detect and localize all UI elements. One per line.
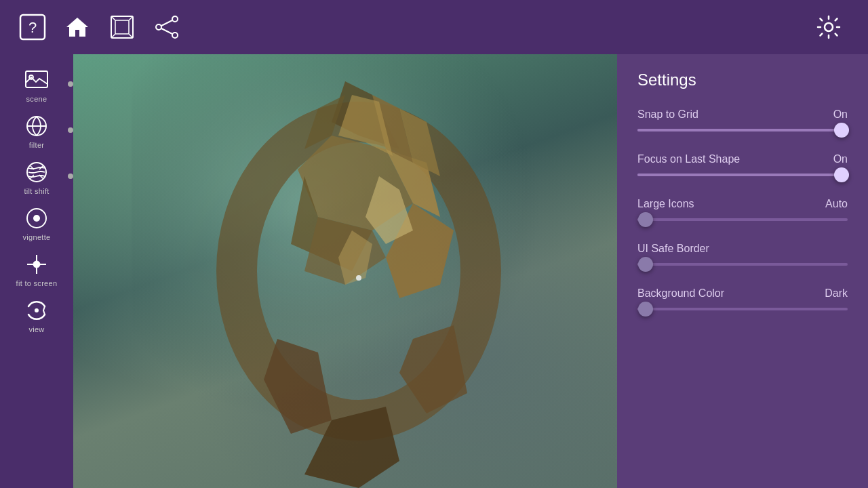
svg-text:?: ? bbox=[28, 19, 37, 36]
setting-name-large-icons: Large Icons bbox=[637, 198, 694, 210]
sidebar-item-tilt-shift-label: tilt shift bbox=[24, 187, 49, 195]
large-icons-slider[interactable] bbox=[637, 218, 848, 221]
setting-header-snap-to-grid: Snap to Grid On bbox=[637, 108, 848, 121]
svg-line-12 bbox=[161, 28, 172, 34]
sidebar-item-scene-label: scene bbox=[26, 95, 47, 103]
sidebar-item-fit-to-screen[interactable]: fit to screen bbox=[0, 245, 73, 291]
sculpture-svg bbox=[73, 54, 644, 488]
svg-line-11 bbox=[161, 20, 172, 26]
svg-point-22 bbox=[33, 261, 40, 268]
svg-point-10 bbox=[172, 33, 178, 38]
sidebar-item-scene[interactable]: scene bbox=[0, 61, 73, 107]
svg-point-19 bbox=[33, 215, 40, 222]
svg-point-13 bbox=[825, 23, 833, 31]
snap-to-grid-slider[interactable] bbox=[637, 129, 848, 131]
setting-header-large-icons: Large Icons Auto bbox=[637, 198, 848, 210]
focus-on-last-shape-slider[interactable] bbox=[637, 174, 848, 176]
settings-panel: Settings Snap to Grid On Focus on Last S… bbox=[617, 54, 868, 488]
svg-rect-3 bbox=[115, 20, 129, 34]
left-sidebar: scene filter tilt shift vignette bbox=[0, 54, 73, 488]
setting-name-snap-to-grid: Snap to Grid bbox=[637, 108, 698, 121]
setting-value-focus-on-last-shape: On bbox=[833, 153, 848, 165]
setting-value-snap-to-grid: On bbox=[833, 108, 848, 121]
setting-row-snap-to-grid: Snap to Grid On bbox=[637, 108, 848, 131]
home-icon[interactable] bbox=[58, 8, 96, 46]
setting-row-background-color: Background Color Dark bbox=[637, 287, 848, 310]
setting-row-focus-on-last-shape: Focus on Last Shape On bbox=[637, 153, 848, 176]
setting-value-large-icons: Auto bbox=[825, 198, 848, 210]
setting-header-background-color: Background Color Dark bbox=[637, 287, 848, 300]
share-icon[interactable] bbox=[148, 8, 186, 46]
sidebar-dot-filter bbox=[68, 127, 73, 133]
ui-safe-border-slider[interactable] bbox=[637, 263, 848, 266]
top-nav: ? bbox=[0, 0, 868, 54]
setting-header-focus-on-last-shape: Focus on Last Shape On bbox=[637, 153, 848, 165]
main-canvas[interactable] bbox=[73, 54, 644, 488]
settings-title: Settings bbox=[637, 70, 848, 89]
setting-row-large-icons: Large Icons Auto bbox=[637, 198, 848, 221]
settings-gear-icon[interactable] bbox=[810, 8, 848, 46]
sidebar-dot-tilt-shift bbox=[68, 174, 73, 179]
sidebar-item-filter[interactable]: filter bbox=[0, 107, 73, 153]
svg-point-41 bbox=[356, 275, 361, 281]
sidebar-item-vignette-label: vignette bbox=[23, 233, 51, 241]
sidebar-item-fit-to-screen-label: fit to screen bbox=[16, 279, 58, 287]
sidebar-dot-scene bbox=[68, 81, 73, 87]
setting-value-background-color: Dark bbox=[825, 287, 848, 300]
setting-row-ui-safe-border: UI Safe Border bbox=[637, 243, 848, 266]
svg-point-23 bbox=[35, 308, 39, 312]
sidebar-item-tilt-shift[interactable]: tilt shift bbox=[0, 153, 73, 199]
setting-name-ui-safe-border: UI Safe Border bbox=[637, 243, 709, 255]
cube-icon[interactable] bbox=[103, 8, 141, 46]
sidebar-item-filter-label: filter bbox=[29, 141, 45, 149]
sidebar-item-view-label: view bbox=[28, 325, 44, 333]
svg-point-8 bbox=[156, 24, 161, 30]
sidebar-item-view[interactable]: view bbox=[0, 291, 73, 338]
setting-name-focus-on-last-shape: Focus on Last Shape bbox=[637, 153, 740, 165]
help-icon[interactable]: ? bbox=[14, 8, 52, 46]
background-color-slider[interactable] bbox=[637, 308, 848, 310]
setting-header-ui-safe-border: UI Safe Border bbox=[637, 243, 848, 255]
svg-point-9 bbox=[172, 16, 178, 22]
setting-name-background-color: Background Color bbox=[637, 287, 724, 300]
sidebar-item-vignette[interactable]: vignette bbox=[0, 199, 73, 245]
